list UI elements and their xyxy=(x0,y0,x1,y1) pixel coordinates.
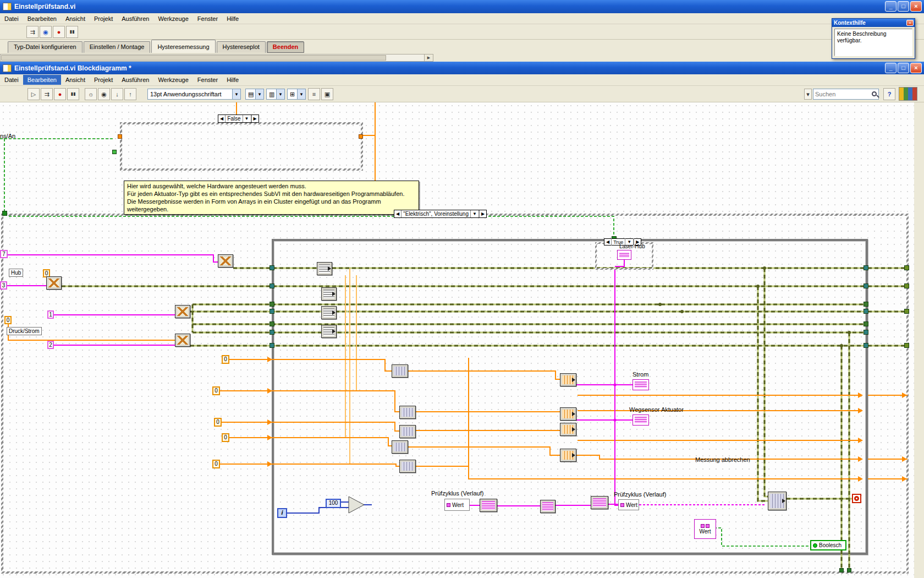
help-button[interactable]: ? xyxy=(883,88,895,100)
case-structure-false[interactable] xyxy=(120,122,363,171)
menu-ansicht[interactable]: Ansicht xyxy=(61,14,90,24)
index-array-node[interactable] xyxy=(321,325,337,338)
pause-button[interactable]: ▮▮ xyxy=(67,88,79,100)
tab-hysteresemessung[interactable]: Hysteresemessung xyxy=(151,40,215,53)
build-array-node[interactable] xyxy=(399,425,416,438)
constant-0-b[interactable]: 0 xyxy=(212,386,220,395)
menu-bearbeiten[interactable]: Bearbeiten xyxy=(23,14,61,24)
menu-fenster[interactable]: Fenster xyxy=(193,14,222,24)
case-selector-false[interactable]: ◀ False ▼ ▶ xyxy=(218,114,259,123)
build-array-node[interactable] xyxy=(392,440,408,454)
loop-iteration-terminal[interactable]: i xyxy=(277,508,287,518)
wegsensor-indicator-node[interactable] xyxy=(632,415,649,426)
menu-datei[interactable]: Datei xyxy=(0,14,23,24)
constant-100[interactable]: 100 xyxy=(326,499,341,508)
index-array-node[interactable] xyxy=(321,306,337,319)
cluster-constant-node[interactable] xyxy=(617,250,631,260)
menu-fenster[interactable]: Fenster xyxy=(193,75,222,85)
menu-werkzeuge[interactable]: Werkzeuge xyxy=(153,75,193,85)
minimize-button[interactable]: _ xyxy=(885,63,897,73)
close-button[interactable]: × xyxy=(910,63,922,73)
menu-ausfuehren[interactable]: Ausführen xyxy=(117,75,153,85)
case-drop-icon[interactable]: ▼ xyxy=(243,115,251,122)
case-prev-icon[interactable]: ◀ xyxy=(604,238,612,246)
build-cluster-array-node[interactable] xyxy=(768,492,787,510)
reorder-button[interactable]: ≡ xyxy=(308,88,320,100)
case-next-icon[interactable]: ▶ xyxy=(251,115,258,122)
chevron-down-icon[interactable]: ▾ xyxy=(255,89,263,99)
menu-ansicht[interactable]: Ansicht xyxy=(61,75,90,85)
label-hub[interactable]: Hub xyxy=(9,269,23,277)
case-selector-outer[interactable]: ◀ "Elektrisch", Voreinstellung ▼ ▶ xyxy=(394,210,487,218)
label-druck-strom[interactable]: Druck/Strom xyxy=(7,327,42,335)
index-array-node[interactable] xyxy=(321,287,337,301)
align-objects-dropdown[interactable]: ▤ ▾ xyxy=(245,89,264,100)
tab-typ-datei[interactable]: Typ-Datei konfigurieren xyxy=(8,41,82,53)
wert-control-1[interactable]: Wert xyxy=(444,499,470,511)
menu-datei[interactable]: Datei xyxy=(0,75,23,85)
context-help-close-icon[interactable]: × xyxy=(906,20,914,26)
run-continuous-button[interactable]: ⇉ xyxy=(26,26,38,38)
wert-indicator-3[interactable]: Wert xyxy=(694,519,716,539)
index-array-node[interactable] xyxy=(560,423,576,436)
context-help-titlebar[interactable]: Kontexthilfe xyxy=(832,19,915,27)
strom-indicator-node[interactable] xyxy=(632,379,649,390)
search-input[interactable] xyxy=(813,91,872,97)
menu-hilfe[interactable]: Hilfe xyxy=(222,14,243,24)
index-array-node[interactable] xyxy=(560,449,576,462)
front-panel-titlebar[interactable]: Einstellprüfstand.vi _ □ × xyxy=(0,0,924,13)
front-panel-hscrollbar[interactable]: ▶ xyxy=(0,54,433,62)
step-out-button[interactable]: ↑ xyxy=(124,88,136,100)
run-button[interactable]: ▷ xyxy=(28,88,40,100)
hscroll-thumb[interactable] xyxy=(1,55,386,61)
case-prev-icon[interactable]: ◀ xyxy=(218,115,226,122)
constant-0-e[interactable]: 0 xyxy=(212,460,220,468)
hscroll-right-arrow[interactable]: ▶ xyxy=(424,54,433,62)
abort-button[interactable]: ● xyxy=(54,88,66,100)
resize-objects-dropdown[interactable]: ⊞ ▾ xyxy=(287,89,306,100)
boolesch-indicator[interactable]: Boolesch xyxy=(810,540,846,550)
block-diagram-titlebar[interactable]: Einstellprüfstand.vi Blockdiagramm * _ □… xyxy=(0,62,924,74)
run-continuous-button[interactable]: ⇉ xyxy=(41,88,53,100)
diagram-canvas[interactable]: ◀ False ▼ ▶ ◀ "Elektrisch", Voreinstellu… xyxy=(0,102,914,578)
search-icon[interactable] xyxy=(872,91,877,96)
loop-run-button[interactable]: ◉ xyxy=(40,26,52,38)
menu-projekt[interactable]: Projekt xyxy=(90,75,117,85)
step-into-button[interactable]: ↓ xyxy=(111,88,123,100)
menu-werkzeuge[interactable]: Werkzeuge xyxy=(153,14,193,24)
menu-projekt[interactable]: Projekt xyxy=(90,14,117,24)
index-array-node[interactable] xyxy=(560,407,576,421)
interpolate-node[interactable] xyxy=(175,305,190,318)
tab-einstellen-montage[interactable]: Einstellen / Montage xyxy=(84,41,151,53)
abort-button[interactable]: ● xyxy=(53,26,65,38)
index-array-node[interactable] xyxy=(560,373,576,386)
constant-7[interactable]: 7 xyxy=(0,250,8,258)
cleanup-diagram-button[interactable]: ▣ xyxy=(321,88,333,100)
constant-3[interactable]: 3 xyxy=(0,281,7,290)
index-array-node[interactable] xyxy=(317,262,332,275)
constant-0-a[interactable]: 0 xyxy=(222,355,229,364)
constant-0-d[interactable]: 0 xyxy=(222,433,229,442)
abort-indicator-node[interactable] xyxy=(852,494,861,503)
highlight-execution-button[interactable]: ☼ xyxy=(85,88,97,100)
chevron-down-icon[interactable]: ▾ xyxy=(232,89,240,99)
case-drop-icon[interactable]: ▼ xyxy=(470,210,479,217)
type-cast-node[interactable] xyxy=(540,500,556,513)
tab-hystereseplot[interactable]: Hystereseplot xyxy=(217,41,266,53)
font-selector[interactable]: 13pt Anwendungsschriftart ▾ xyxy=(147,89,241,100)
search-box[interactable] xyxy=(813,89,879,100)
wert-control-2[interactable]: Wert xyxy=(618,499,639,510)
tab-beenden[interactable]: Beenden xyxy=(267,41,304,53)
build-array-node[interactable] xyxy=(399,406,416,419)
diagram-comment[interactable]: Hier wird ausgewählt, welche Hardware an… xyxy=(124,181,419,215)
menu-bearbeiten[interactable]: Bearbeiten xyxy=(23,75,61,85)
array-to-cluster-node[interactable] xyxy=(480,499,497,512)
vi-profile-icon[interactable] xyxy=(899,87,917,101)
constant-0-c[interactable]: 0 xyxy=(214,418,222,427)
constant-1[interactable]: 1 xyxy=(47,310,54,319)
menu-hilfe[interactable]: Hilfe xyxy=(222,75,243,85)
bundle-node[interactable] xyxy=(591,496,608,509)
interpolate-node[interactable] xyxy=(218,254,233,268)
chevron-down-icon[interactable]: ▾ xyxy=(297,89,305,99)
minimize-button[interactable]: _ xyxy=(885,1,897,12)
